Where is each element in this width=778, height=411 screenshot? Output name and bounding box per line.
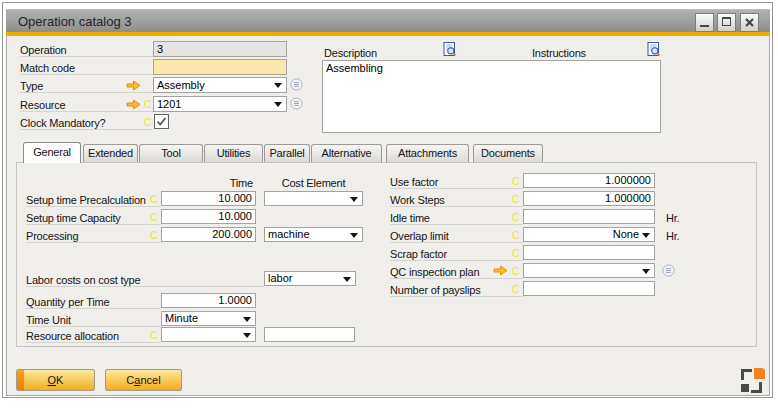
description-preview-icon[interactable]: [443, 42, 456, 57]
description-textarea[interactable]: Assembling: [322, 60, 661, 133]
tab-general[interactable]: General: [23, 142, 81, 163]
idle-time-field[interactable]: [523, 209, 655, 224]
row-underline: [390, 242, 523, 243]
window-title: Operation catalog 3: [18, 14, 131, 29]
tab-utilities[interactable]: Utilities: [204, 144, 263, 162]
c-indicator-icon: C: [512, 176, 519, 187]
clock-mandatory-label: Clock Mandatory?: [20, 116, 105, 130]
row-underline: [390, 206, 523, 207]
resource-combo[interactable]: 1201: [153, 96, 287, 112]
work-steps-field[interactable]: 1.000000: [523, 191, 655, 206]
processing-label: Processing: [26, 229, 78, 243]
row-underline: [20, 92, 153, 93]
row-underline: [26, 286, 264, 287]
dropdown-arrow-icon: [274, 83, 282, 88]
c-indicator-icon: C: [150, 230, 157, 241]
match-code-field[interactable]: [153, 59, 287, 75]
operation-label: Operation: [20, 43, 67, 57]
row-underline: [26, 206, 161, 207]
close-button[interactable]: [740, 13, 759, 32]
overlap-limit-combo[interactable]: None: [523, 227, 655, 242]
labor-costs-combo[interactable]: labor: [264, 271, 356, 286]
type-combo[interactable]: Assembly: [153, 77, 287, 93]
list-icon[interactable]: [662, 264, 675, 277]
type-label: Type: [20, 79, 43, 93]
row-underline: [26, 224, 161, 225]
dropdown-arrow-icon: [642, 269, 650, 274]
row-underline: [20, 74, 153, 75]
tab-attachments[interactable]: Attachments: [386, 144, 469, 162]
row-underline: [390, 188, 523, 189]
tab-alternative[interactable]: Alternative: [311, 144, 382, 162]
row-underline: [390, 296, 523, 297]
row-underline: [26, 326, 161, 327]
setup-capacity-time-field[interactable]: 10.000: [161, 209, 256, 224]
c-indicator-icon: C: [512, 230, 519, 241]
setup-precalc-label: Setup time Precalculation: [26, 193, 146, 207]
tab-tool[interactable]: Tool: [139, 144, 203, 162]
c-indicator-icon: C: [150, 194, 157, 205]
time-column-header: Time: [161, 176, 253, 190]
cancel-button[interactable]: Cancel: [105, 369, 182, 391]
dropdown-arrow-icon: [243, 317, 251, 322]
dropdown-arrow-icon: [243, 333, 251, 338]
maximize-icon: [722, 17, 731, 26]
labor-costs-label: Labor costs on cost type: [26, 273, 140, 287]
processing-cost-element-combo[interactable]: machine: [264, 227, 363, 242]
idle-time-unit: Hr.: [666, 211, 679, 225]
resource-label: Resource: [20, 98, 65, 112]
clock-mandatory-checkbox[interactable]: [154, 114, 169, 129]
number-of-payslips-label: Number of payslips: [390, 283, 481, 297]
resize-grip-icon[interactable]: [741, 368, 765, 393]
dropdown-arrow-icon: [343, 277, 351, 282]
operation-field: 3: [153, 41, 287, 57]
type-combo-value: Assembly: [157, 78, 271, 92]
row-underline: [390, 224, 523, 225]
labor-costs-value: labor: [268, 272, 340, 285]
processing-time-field[interactable]: 200.000: [161, 227, 256, 242]
c-indicator-icon: C: [512, 248, 519, 259]
tab-extended[interactable]: Extended: [83, 144, 138, 162]
minimize-icon: [700, 25, 709, 27]
overlap-limit-value: None: [527, 228, 639, 241]
link-arrow-icon[interactable]: [493, 265, 508, 276]
processing-cost-element-value: machine: [268, 228, 347, 241]
scrap-factor-field[interactable]: [523, 245, 655, 260]
ok-button-label: O: [48, 374, 57, 386]
link-arrow-icon[interactable]: [126, 80, 141, 91]
quantity-per-time-label: Quantity per Time: [26, 295, 109, 309]
match-code-label: Match code: [20, 61, 75, 75]
maximize-button[interactable]: [717, 13, 736, 32]
use-factor-field[interactable]: 1.000000: [523, 173, 655, 188]
list-icon[interactable]: [290, 78, 303, 91]
dropdown-arrow-icon: [350, 197, 358, 202]
setup-precalc-time-field[interactable]: 10.000: [161, 191, 256, 206]
time-unit-value: Minute: [165, 312, 240, 325]
row-underline: [26, 242, 161, 243]
link-arrow-icon[interactable]: [126, 99, 141, 110]
cancel-button-label-rest: ncel: [140, 374, 160, 386]
c-indicator-icon: C: [512, 284, 519, 295]
number-of-payslips-field[interactable]: [523, 281, 655, 296]
setup-capacity-label: Setup time Capacity: [26, 211, 121, 225]
use-factor-label: Use factor: [390, 175, 438, 189]
quantity-per-time-field[interactable]: 1.0000: [161, 293, 256, 308]
resource-allocation-extra-field[interactable]: [264, 327, 355, 342]
c-indicator-icon: C: [512, 212, 519, 223]
c-indicator-icon: C: [150, 330, 157, 341]
minimize-button[interactable]: [695, 13, 714, 32]
resource-allocation-label: Resource allocation: [26, 329, 119, 343]
tab-documents[interactable]: Documents: [473, 144, 543, 162]
ok-button[interactable]: OK: [16, 369, 95, 391]
resource-allocation-combo[interactable]: [161, 327, 256, 342]
row-underline: [390, 260, 523, 261]
qc-inspection-plan-combo[interactable]: [523, 263, 655, 278]
time-unit-combo[interactable]: Minute: [161, 311, 256, 326]
list-icon[interactable]: [290, 97, 303, 110]
instructions-preview-icon[interactable]: [647, 42, 660, 57]
setup-precalc-cost-element-combo[interactable]: [264, 191, 363, 206]
c-indicator-icon: C: [144, 117, 151, 128]
tab-parallel[interactable]: Parallel: [264, 144, 310, 162]
c-indicator-icon: C: [150, 212, 157, 223]
dropdown-arrow-icon: [642, 233, 650, 238]
